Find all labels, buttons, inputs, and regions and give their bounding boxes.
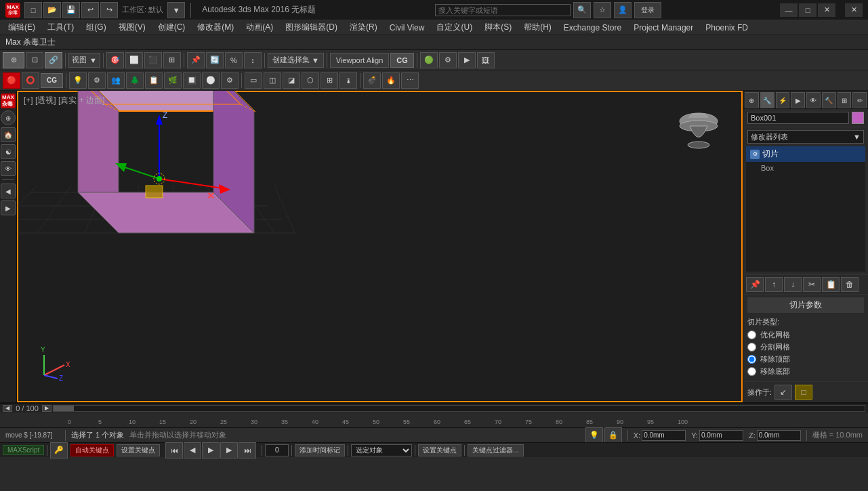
light-btn[interactable]: 💡 (69, 72, 87, 89)
modifier-item-box[interactable]: Box (746, 162, 865, 174)
set-key-filter-btn[interactable]: 设置关键点 (418, 444, 461, 456)
tab-create[interactable]: ⊕ (745, 92, 759, 108)
region-select-btn[interactable]: ⊡ (26, 52, 43, 68)
percent-snap-btn[interactable]: % (225, 52, 243, 68)
list-btn[interactable]: 📋 (145, 72, 163, 89)
gear-btn[interactable]: ⚙ (221, 72, 239, 89)
redo-btn[interactable]: ↪ (100, 2, 118, 18)
search-btn[interactable]: 🔍 (573, 2, 591, 18)
angle-snap-btn[interactable]: 🔄 (206, 52, 224, 68)
tab-extra2[interactable]: ✏ (852, 92, 867, 108)
cg-btn2[interactable]: CG (41, 73, 63, 88)
cone-view-btn[interactable]: ◪ (283, 72, 300, 89)
menu-graph-editor[interactable]: 图形编辑器(D) (280, 20, 343, 35)
menu-phoenix[interactable]: Phoenix FD (700, 22, 753, 34)
play-btn[interactable]: ▶ (202, 442, 220, 458)
mod-btn-up[interactable]: ↑ (765, 277, 783, 292)
plane-btn[interactable]: 🌿 (164, 72, 182, 89)
bookmark-btn[interactable]: ☆ (594, 2, 611, 18)
workspace-dropdown-btn[interactable]: ▼ (167, 2, 185, 18)
save-btn[interactable]: 💾 (62, 2, 80, 18)
left-nav-prev[interactable]: ◀ (1, 184, 16, 198)
x-input[interactable] (642, 430, 686, 441)
radio-split-input[interactable] (747, 343, 756, 351)
tab-utilities[interactable]: 🔨 (822, 92, 836, 108)
set-key-btn[interactable]: 设置关键点 (117, 444, 160, 456)
status-light-btn[interactable]: 💡 (585, 427, 603, 444)
close-btn[interactable]: ✕ (818, 3, 835, 17)
scrollbar-track[interactable] (53, 405, 865, 412)
viewport[interactable]: [+] [透视] [真实 + 边面] (17, 91, 743, 402)
key-filter-btn[interactable]: 关键点过滤器... (468, 444, 523, 456)
menu-civil[interactable]: Civil View (384, 22, 430, 34)
menu-project-manager[interactable]: Project Manager (628, 22, 699, 34)
circle-btn[interactable]: ⚪ (202, 72, 220, 89)
left-btn-move[interactable]: MAX杂毒 (1, 93, 16, 108)
left-btn-motion[interactable]: ☯ (1, 144, 16, 159)
cloth-btn[interactable]: 🔲 (183, 72, 201, 89)
minimize-btn[interactable]: — (780, 3, 798, 17)
material-editor-btn[interactable]: 🟢 (420, 52, 438, 68)
select-region-btn[interactable]: ⬜ (125, 52, 143, 68)
open-btn[interactable]: 📂 (43, 2, 61, 18)
tab-modify[interactable]: 🔧 (760, 92, 774, 108)
left-btn-display[interactable]: 👁 (1, 161, 16, 176)
mod-btn-cut[interactable]: ✂ (803, 277, 821, 292)
melt-btn[interactable]: 🌡 (339, 72, 357, 89)
tab-display[interactable]: 👁 (806, 92, 821, 108)
menu-modifier[interactable]: 修改器(M) (192, 20, 239, 35)
select-mode-btn[interactable]: ⊕ (3, 52, 24, 68)
maximize-btn[interactable]: □ (799, 3, 817, 17)
new-btn[interactable]: □ (24, 2, 42, 18)
menu-create[interactable]: 创建(C) (152, 20, 191, 35)
camera-btn[interactable]: ⚙ (88, 72, 106, 89)
left-btn-select[interactable]: ⊕ (1, 110, 16, 125)
key-icon[interactable]: 🔑 (50, 442, 68, 458)
create-selection-dropdown[interactable]: 创建选择集 ▼ (268, 53, 324, 68)
helper-btn[interactable]: 👥 (107, 72, 125, 89)
dots-btn[interactable]: ⋯ (401, 72, 419, 89)
prev-frame-btn[interactable]: ◀ (184, 442, 201, 458)
tab-extra1[interactable]: ⊞ (838, 92, 852, 108)
mod-btn-paste[interactable]: 📋 (822, 277, 840, 292)
cg-btn[interactable]: CG (390, 53, 414, 68)
menu-edit[interactable]: 编辑(E) (3, 20, 41, 35)
modifier-item-slice[interactable]: ⚙ 切片 (746, 146, 865, 162)
fire-btn[interactable]: 🔥 (382, 72, 400, 89)
obj-sphere-btn[interactable]: 🔴 (3, 72, 20, 89)
viewport-align-btn[interactable]: Viewport Align (330, 53, 390, 68)
cylinder-view-btn[interactable]: ◫ (264, 72, 281, 89)
lattice-btn[interactable]: ⊞ (321, 72, 338, 89)
menu-tools[interactable]: 工具(T) (42, 20, 79, 35)
menu-group[interactable]: 组(G) (81, 20, 111, 35)
go-start-btn[interactable]: ⏮ (165, 442, 183, 458)
menu-customize[interactable]: 自定义(U) (431, 20, 478, 35)
add-time-btn[interactable]: 添加时间标记 (295, 444, 345, 456)
radio-remove-top-input[interactable] (747, 355, 756, 364)
select-window-btn[interactable]: ⬛ (144, 52, 162, 68)
modifier-list-dropdown[interactable]: 修改器列表 ▼ (747, 130, 864, 144)
menu-help[interactable]: 帮助(H) (518, 20, 557, 35)
object-name-input[interactable] (747, 112, 849, 124)
status-lock-btn[interactable]: 🔒 (604, 427, 622, 444)
spinner-snap-btn[interactable]: ↕ (244, 52, 262, 68)
z-input[interactable] (757, 430, 801, 441)
mod-btn-pin[interactable]: 📌 (746, 277, 764, 292)
left-btn-hierarchy[interactable]: 🏠 (1, 127, 16, 142)
color-swatch[interactable] (852, 112, 864, 124)
obj-cone-btn[interactable]: ⭕ (22, 72, 39, 89)
scroll-right-btn[interactable]: ▶ (42, 405, 51, 412)
user-btn[interactable]: 👤 (614, 2, 632, 18)
y-input[interactable] (699, 430, 743, 441)
render-frame-btn[interactable]: 🖼 (477, 52, 495, 68)
search-input[interactable] (435, 4, 571, 16)
scroll-left-btn[interactable]: ◀ (3, 405, 12, 412)
scrollbar-thumb[interactable] (54, 406, 74, 411)
explode-btn[interactable]: 💣 (363, 72, 381, 89)
select-object-btn[interactable]: 🎯 (106, 52, 124, 68)
link-btn[interactable]: 🔗 (45, 52, 62, 68)
operate-btn-cursor[interactable]: ↙ (774, 385, 792, 400)
menu-script[interactable]: 脚本(S) (479, 20, 517, 35)
mod-btn-delete[interactable]: 🗑 (841, 277, 859, 292)
render-setup-btn[interactable]: ⚙ (439, 52, 457, 68)
